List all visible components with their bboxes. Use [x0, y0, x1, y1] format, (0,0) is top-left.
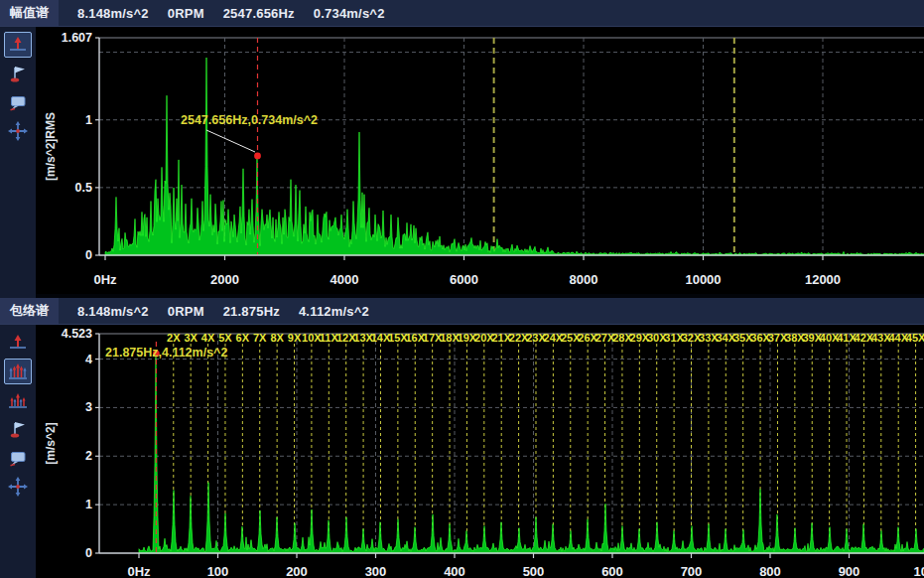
cursor-frequency-value: 21.875Hz — [223, 304, 280, 319]
sideband-cursor-icon — [7, 389, 29, 411]
single-cursor-icon — [7, 34, 29, 56]
svg-text:6X: 6X — [236, 332, 250, 344]
svg-text:2000: 2000 — [210, 272, 239, 287]
svg-text:3: 3 — [85, 400, 92, 414]
cursor-amplitude-value: 0.734m/s^2 — [314, 6, 385, 21]
note-label-icon — [7, 91, 29, 113]
cursor-amplitude-value: 4.112m/s^2 — [299, 304, 369, 319]
svg-text:4X: 4X — [201, 332, 215, 344]
rpm-value: 0RPM — [168, 6, 204, 21]
svg-text:4000: 4000 — [330, 272, 359, 287]
harmonic-cursor-button[interactable] — [4, 359, 32, 384]
svg-text:200: 200 — [286, 564, 308, 578]
svg-text:10000: 10000 — [685, 272, 721, 287]
svg-text:9X: 9X — [288, 332, 302, 344]
flag-marker-button[interactable] — [4, 416, 32, 442]
svg-text:0Hz: 0Hz — [127, 564, 151, 578]
cursor-frequency-value: 2547.656Hz — [223, 6, 295, 21]
pan-move-icon — [7, 120, 29, 142]
svg-text:500: 500 — [523, 564, 545, 578]
rpm-value: 0RPM — [168, 304, 204, 319]
envelope-spectrum-header: 包络谱 8.148m/s^2 0RPM 21.875Hz 4.112m/s^2 — [0, 298, 924, 325]
svg-text:5X: 5X — [218, 332, 232, 344]
svg-text:4.523: 4.523 — [62, 327, 92, 341]
note-label-button[interactable] — [4, 89, 32, 115]
harmonic-cursor-icon — [7, 361, 29, 382]
svg-text:21.875Hz,4.112m/s^2: 21.875Hz,4.112m/s^2 — [105, 346, 227, 360]
svg-text:12000: 12000 — [805, 272, 841, 287]
svg-text:1: 1 — [85, 498, 92, 511]
svg-text:600: 600 — [601, 564, 623, 578]
amplitude-plot-toolbar — [0, 27, 36, 298]
envelope-plot-toolbar — [0, 325, 36, 578]
pan-move-button[interactable] — [4, 474, 32, 500]
svg-text:100: 100 — [207, 564, 229, 578]
overall-rms-value: 8.148m/s^2 — [77, 304, 149, 319]
svg-text:[m/s^2]: [m/s^2] — [44, 422, 58, 464]
svg-text:[m/s^2]RMS: [m/s^2]RMS — [44, 112, 58, 181]
svg-text:0Hz: 0Hz — [93, 272, 117, 287]
svg-text:7X: 7X — [253, 332, 267, 344]
pan-move-icon — [7, 476, 29, 498]
pan-move-button[interactable] — [4, 118, 32, 144]
svg-text:4: 4 — [85, 353, 92, 366]
svg-text:3X: 3X — [184, 332, 198, 344]
svg-text:0: 0 — [85, 248, 92, 262]
svg-text:700: 700 — [681, 564, 703, 578]
svg-text:6000: 6000 — [450, 272, 478, 287]
amplitude-spectrum-plot[interactable]: 2547.656Hz,0.734m/s^20Hz2000400060008000… — [36, 28, 924, 294]
svg-text:1: 1 — [85, 113, 92, 127]
flag-marker-icon — [7, 418, 29, 440]
vibration-analysis-screen: { "panels": [ { "key": "amplitude-spectr… — [0, 0, 924, 578]
amplitude-spectrum-header: 幅值谱 8.148m/s^2 0RPM 2547.656Hz 0.734m/s^… — [0, 0, 924, 27]
single-cursor-button[interactable] — [4, 32, 32, 58]
svg-text:2: 2 — [85, 449, 92, 463]
overall-rms-value: 8.148m/s^2 — [77, 6, 149, 21]
svg-text:800: 800 — [759, 564, 781, 578]
svg-text:8000: 8000 — [570, 272, 598, 287]
flag-marker-button[interactable] — [4, 61, 32, 86]
single-cursor-button[interactable] — [4, 330, 32, 356]
envelope-spectrum-title: 包络谱 — [0, 298, 59, 324]
note-label-button[interactable] — [4, 445, 32, 471]
single-cursor-icon — [7, 332, 29, 354]
note-label-icon — [7, 447, 29, 469]
envelope-spectrum-plot[interactable]: 2X3X4X5X6X7X8X9X10X11X12X13X14X15X16X17X… — [36, 326, 924, 578]
svg-text:2X: 2X — [167, 332, 181, 344]
amplitude-spectrum-title: 幅值谱 — [0, 0, 59, 26]
sideband-cursor-button[interactable] — [4, 387, 32, 413]
svg-text:400: 400 — [444, 564, 465, 578]
svg-text:900: 900 — [839, 564, 860, 578]
svg-text:8X: 8X — [270, 332, 284, 344]
svg-text:2547.656Hz,0.734m/s^2: 2547.656Hz,0.734m/s^2 — [181, 113, 318, 127]
svg-text:45X: 45X — [906, 332, 924, 344]
svg-text:1000: 1000 — [914, 564, 924, 578]
svg-text:300: 300 — [365, 564, 387, 578]
flag-marker-icon — [7, 63, 29, 84]
svg-text:1.607: 1.607 — [62, 31, 92, 45]
svg-text:0.5: 0.5 — [75, 181, 92, 195]
svg-text:0: 0 — [85, 546, 92, 560]
